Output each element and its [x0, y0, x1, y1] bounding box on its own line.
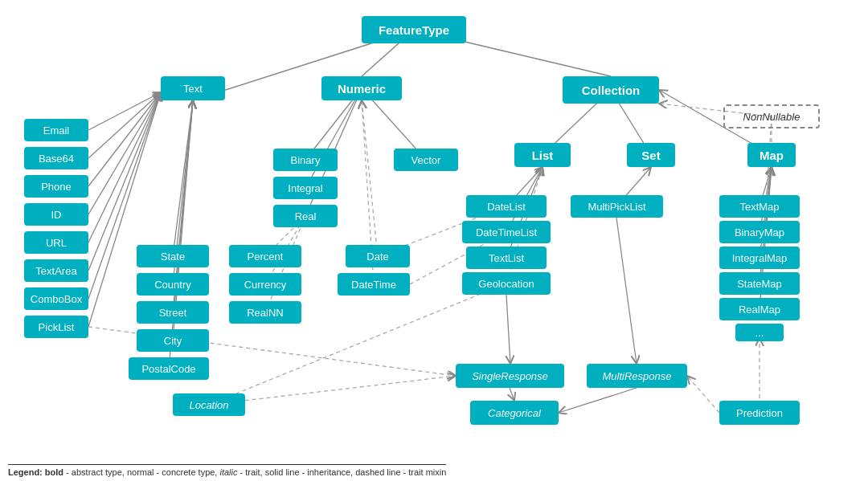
node-currency: Currency	[229, 273, 301, 296]
node-label-base64: Base64	[39, 153, 74, 165]
node-label-datetime: DateTime	[351, 279, 396, 291]
node-datelist: DateList	[466, 195, 547, 218]
node-binary: Binary	[273, 149, 338, 171]
node-label-statemap: StateMap	[737, 278, 782, 290]
node-label-realmap: RealMap	[739, 304, 780, 316]
node-label-street: Street	[159, 307, 187, 319]
svg-line-9	[88, 92, 161, 299]
node-geolocation: Geolocation	[462, 272, 551, 295]
node-realnn: RealNN	[229, 301, 301, 324]
node-label-currency: Currency	[244, 279, 287, 291]
node-real: Real	[273, 205, 338, 227]
svg-line-11	[173, 100, 193, 256]
node-text: Text	[161, 76, 225, 100]
svg-line-6	[88, 92, 161, 214]
node-label-collection: Collection	[582, 84, 641, 97]
node-state: State	[137, 245, 209, 267]
node-label-textlist: TextList	[489, 252, 524, 264]
node-nonnullable: NonNullable	[723, 104, 820, 128]
node-label-integralmap: IntegralMap	[732, 252, 788, 264]
node-vector: Vector	[394, 149, 458, 171]
node-street: Street	[137, 301, 209, 324]
node-combobox: ComboBox	[24, 287, 88, 310]
svg-line-45	[510, 388, 514, 401]
node-label-map: Map	[760, 149, 784, 162]
svg-line-42	[506, 295, 510, 364]
svg-line-15	[169, 100, 193, 369]
node-label-real: Real	[295, 210, 317, 222]
svg-line-48	[687, 376, 719, 413]
node-set: Set	[627, 143, 675, 167]
svg-line-4	[88, 92, 161, 158]
node-binarymap: BinaryMap	[719, 221, 800, 243]
node-label-combobox: ComboBox	[31, 293, 82, 305]
node-label-state: State	[161, 251, 185, 263]
node-ellipsis: ...	[735, 324, 784, 341]
node-label-id: ID	[51, 209, 62, 221]
node-label-textarea: TextArea	[35, 265, 76, 277]
node-label-phone: Phone	[41, 181, 72, 193]
node-statemap: StateMap	[719, 272, 800, 295]
node-label-categorical: Categorical	[488, 407, 541, 419]
node-integralmap: IntegralMap	[719, 247, 800, 269]
node-label-list: List	[532, 149, 554, 162]
node-label-postalcode: PostalCode	[141, 363, 195, 375]
node-label-set: Set	[641, 149, 660, 162]
node-url: URL	[24, 231, 88, 254]
node-postalcode: PostalCode	[129, 357, 209, 380]
svg-line-17	[305, 88, 362, 188]
legend: Legend: bold - abstract type, normal - c…	[8, 464, 446, 477]
node-map: Map	[747, 143, 796, 167]
node-list: List	[514, 143, 571, 167]
node-datetimelist: DateTimeList	[462, 221, 551, 243]
node-numeric: Numeric	[321, 76, 402, 100]
node-label-location: Location	[189, 399, 228, 411]
node-label-binarymap: BinaryMap	[735, 226, 784, 238]
node-datetime: DateTime	[338, 273, 410, 296]
node-label-binary: Binary	[291, 154, 321, 166]
node-label-datetimelist: DateTimeList	[476, 226, 537, 238]
node-textmap: TextMap	[719, 195, 800, 218]
svg-line-26	[362, 100, 378, 256]
node-label-city: City	[164, 335, 182, 347]
svg-line-46	[559, 388, 637, 413]
node-collection: Collection	[563, 76, 659, 104]
node-featuretype: FeatureType	[362, 16, 466, 43]
node-phone: Phone	[24, 175, 88, 198]
node-label-picklist: PickList	[39, 321, 75, 333]
node-label-multipicklist: MultiPickList	[588, 201, 645, 213]
node-label-text: Text	[183, 83, 203, 95]
node-textlist: TextList	[466, 247, 547, 269]
node-categorical: Categorical	[470, 401, 559, 425]
node-id: ID	[24, 203, 88, 226]
node-percent: Percent	[229, 245, 301, 267]
node-location: Location	[173, 393, 245, 416]
node-label-numeric: Numeric	[338, 82, 386, 96]
node-prediction: Prediction	[719, 401, 800, 425]
node-label-date: Date	[366, 251, 388, 263]
node-base64: Base64	[24, 147, 88, 169]
node-label-country: Country	[154, 279, 191, 291]
node-date: Date	[346, 245, 410, 267]
node-label-singleresponse: SingleResponse	[472, 370, 548, 382]
legend-text: Legend: bold - abstract type, normal - c…	[8, 467, 446, 477]
node-label-percent: Percent	[248, 251, 284, 263]
node-label-prediction: Prediction	[736, 407, 783, 419]
node-label-featuretype: FeatureType	[379, 23, 449, 37]
node-email: Email	[24, 119, 88, 141]
node-label-email: Email	[43, 124, 70, 137]
node-singleresponse: SingleResponse	[456, 364, 564, 388]
node-label-realnn: RealNN	[247, 307, 284, 319]
svg-line-7	[88, 92, 161, 243]
node-label-integral: Integral	[288, 182, 322, 194]
node-label-geolocation: Geolocation	[478, 278, 534, 290]
diagram-container: FeatureTypeTextNumericCollectionNonNulla…	[0, 0, 868, 458]
node-realmap: RealMap	[719, 298, 800, 320]
svg-line-5	[88, 92, 161, 186]
node-label-url: URL	[46, 237, 67, 249]
node-label-vector: Vector	[411, 154, 441, 166]
node-label-textmap: TextMap	[739, 201, 779, 213]
node-picklist: PickList	[24, 316, 88, 338]
node-city: City	[137, 329, 209, 352]
node-integral: Integral	[273, 177, 338, 199]
